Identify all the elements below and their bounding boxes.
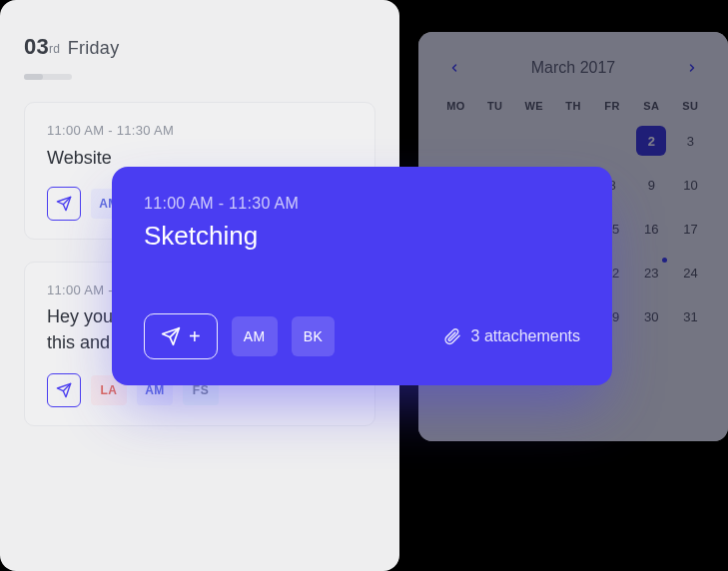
chevron-right-icon [686,60,698,76]
calendar-day[interactable]: 16 [632,214,671,244]
share-button[interactable] [47,373,81,407]
calendar-dow: FR [593,100,632,112]
calendar-day[interactable]: 9 [632,170,671,200]
send-icon [56,196,72,212]
send-icon [161,326,181,346]
calendar-day[interactable]: 10 [671,170,710,200]
calendar-dow: TH [553,100,592,112]
day-progress [24,74,72,80]
event-title: Sketching [144,221,580,252]
calendar-dow: WE [514,100,553,112]
calendar-day [514,126,553,156]
calendar-day[interactable]: 24 [671,258,710,287]
plus-icon: + [189,325,201,348]
calendar-day[interactable]: 23 [632,258,671,287]
day-heading: 03rd Friday [24,34,375,60]
calendar-day[interactable]: 31 [671,301,710,331]
calendar-day[interactable]: 17 [671,214,710,244]
calendar-day[interactable]: 3 [671,126,710,156]
card-line: Hey you [47,306,113,326]
add-participant-button[interactable]: + [144,313,218,359]
calendar-prev[interactable] [442,56,466,80]
calendar-day [593,126,632,156]
day-number: 03 [24,34,49,59]
calendar-dow: MO [436,100,475,112]
event-footer: + AM BK 3 attachements [144,313,580,359]
day-ordinal: rd [49,42,60,56]
calendar-day[interactable]: 2 [632,126,671,156]
attachments-label: 3 attachements [471,327,580,345]
event-time: 11:00 AM - 11:30 AM [144,195,580,213]
attachments[interactable]: 3 attachements [443,326,580,346]
person-chip[interactable]: BK [292,316,336,356]
calendar-dow: SU [671,100,710,112]
calendar-day [436,126,475,156]
day-name: Friday [68,38,120,58]
calendar-dow: SA [632,100,671,112]
calendar-day [475,126,514,156]
paperclip-icon [443,326,461,346]
send-icon [56,382,72,398]
event-card[interactable]: 11:00 AM - 11:30 AM Sketching + AM BK 3 … [112,167,612,385]
person-chip[interactable]: AM [232,316,278,356]
calendar-day[interactable]: 30 [632,301,671,331]
card-title: Website [47,148,353,169]
calendar-header: March 2017 [436,56,710,94]
calendar-title: March 2017 [531,59,616,77]
event-dot-icon [662,258,667,263]
calendar-next[interactable] [680,56,704,80]
share-button[interactable] [47,187,81,221]
chevron-left-icon [448,60,460,76]
calendar-day [553,126,592,156]
calendar-dow: TU [475,100,514,112]
time-range: 11:00 AM - 11:30 AM [47,123,353,138]
